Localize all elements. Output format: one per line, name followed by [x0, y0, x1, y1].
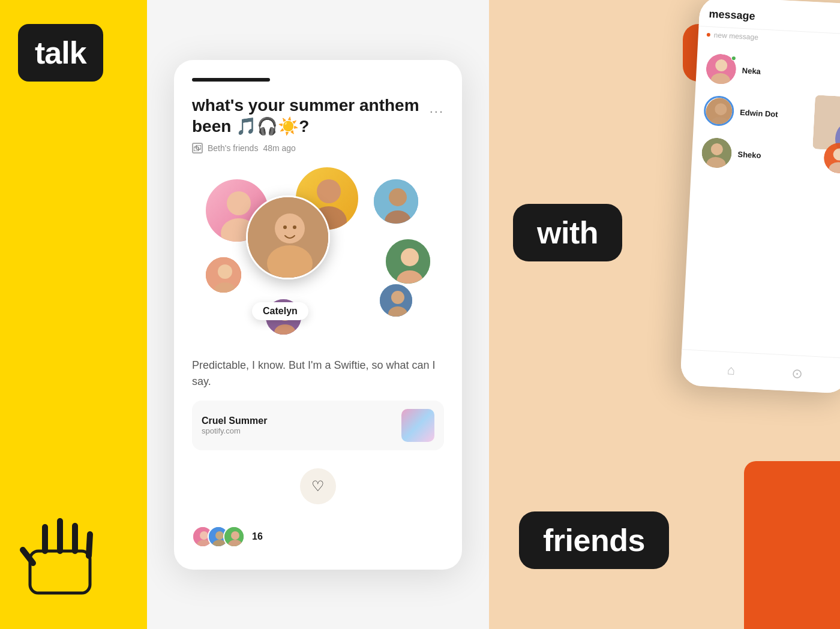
svg-line-4	[89, 534, 90, 556]
song-title: Cruel Summer	[202, 416, 267, 426]
heart-container: ♡	[192, 468, 444, 516]
with-badge: with	[513, 204, 622, 261]
avatar-7	[378, 282, 414, 318]
like-count: 16	[252, 531, 263, 542]
avatar-catelyn	[246, 195, 330, 279]
more-options-icon[interactable]: ...	[430, 101, 444, 116]
svg-line-5	[23, 550, 33, 563]
likers-group: 16	[192, 526, 263, 547]
meta-group: Beth's friends	[208, 143, 258, 153]
right-panel: push with friends message 🔔 new message …	[489, 0, 840, 629]
svg-point-22	[218, 264, 232, 279]
orange-decorative-block	[744, 461, 840, 629]
user-name-neka: Neka	[742, 65, 761, 76]
new-msg-text: new message	[713, 31, 758, 41]
online-indicator	[731, 56, 736, 61]
svg-point-19	[389, 188, 407, 206]
catelyn-name-label: Catelyn	[252, 302, 308, 320]
svg-point-11	[317, 179, 341, 203]
svg-point-14	[275, 213, 305, 243]
user-name-edwin: Edwin Dot	[740, 107, 778, 118]
sheko-avatar	[701, 137, 733, 169]
post-meta: Beth's friends 48m ago	[192, 143, 444, 154]
card-top-bar	[192, 78, 270, 82]
svg-point-37	[215, 531, 224, 540]
question-text: what's your summer anthem been 🎵🎧☀️?	[192, 95, 444, 137]
spotify-embed[interactable]: Cruel Summer spotify.com	[192, 401, 444, 450]
like-button[interactable]: ♡	[300, 468, 336, 504]
meta-time: 48m ago	[263, 143, 295, 153]
spotify-info: Cruel Summer spotify.com	[202, 416, 267, 435]
svg-point-17	[293, 225, 296, 229]
with-label: with	[537, 215, 598, 251]
svg-point-8	[227, 191, 251, 215]
avatar-3	[372, 177, 420, 225]
spotify-url: spotify.com	[202, 426, 267, 435]
user-item-sheko[interactable]: Sheko	[691, 131, 840, 182]
song-thumbnail	[401, 409, 434, 442]
search-icon[interactable]: ⊙	[791, 365, 803, 381]
app-name: talk	[35, 35, 86, 70]
edwin-avatar	[703, 95, 735, 127]
avatar-5	[384, 237, 432, 285]
middle-panel: what's your summer anthem been 🎵🎧☀️? ...…	[147, 0, 489, 629]
svg-point-40	[231, 531, 239, 540]
post-card: what's your summer anthem been 🎵🎧☀️? ...…	[174, 60, 462, 570]
mockup-title: message	[709, 7, 755, 22]
post-body: Predictable, I know. But I'm a Swiftie, …	[192, 357, 444, 390]
svg-point-25	[401, 248, 419, 266]
mockup-footer: ⌂ ⊙	[680, 349, 840, 394]
new-msg-indicator	[707, 33, 710, 37]
home-icon[interactable]: ⌂	[727, 362, 736, 378]
svg-rect-0	[30, 551, 90, 593]
hand-wave-icon	[12, 509, 108, 605]
user-list: Neka Edwin Dot	[691, 42, 840, 186]
svg-point-34	[200, 531, 208, 540]
left-panel: talk	[0, 0, 147, 629]
svg-point-16	[283, 225, 287, 229]
heart-icon: ♡	[311, 478, 325, 495]
user-name-sheko: Sheko	[737, 149, 761, 159]
group-icon	[192, 143, 203, 154]
avatar-cluster: Catelyn	[192, 165, 444, 345]
post-footer: 16	[192, 526, 444, 547]
app-logo-badge: talk	[18, 24, 103, 82]
liker-avatar-3	[223, 526, 245, 547]
friends-label: friends	[543, 522, 645, 558]
phone-mockup: message 🔔 new message + Neka	[680, 0, 840, 394]
friends-badge: friends	[519, 511, 669, 569]
svg-point-31	[391, 291, 404, 304]
avatar-4	[204, 255, 243, 294]
